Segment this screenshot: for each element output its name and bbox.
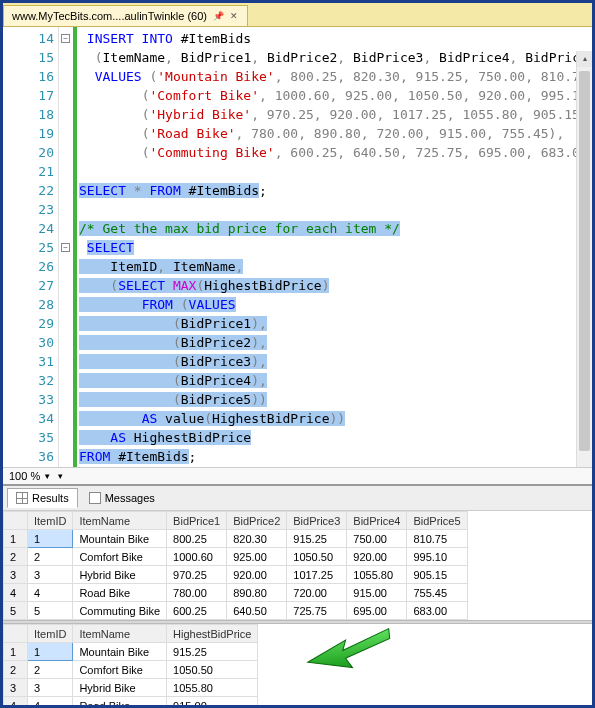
fold-toggle-icon[interactable]: − <box>61 34 70 43</box>
cell[interactable]: 1050.50 <box>167 661 258 679</box>
row-number[interactable]: 2 <box>4 661 28 679</box>
cell[interactable]: Road Bike <box>73 584 167 602</box>
code-content[interactable]: INSERT INTO #ItemBids (ItemName, BidPric… <box>77 27 592 467</box>
row-number[interactable]: 1 <box>4 530 28 548</box>
cell[interactable]: 915.00 <box>347 584 407 602</box>
code-line[interactable] <box>77 162 592 181</box>
code-line[interactable]: (BidPrice3), <box>77 352 592 371</box>
code-line[interactable]: (BidPrice5)) <box>77 390 592 409</box>
cell[interactable]: 1 <box>28 530 73 548</box>
cell[interactable]: 905.15 <box>407 566 467 584</box>
cell[interactable]: 890.80 <box>227 584 287 602</box>
table-row[interactable]: 44Road Bike780.00890.80720.00915.00755.4… <box>4 584 468 602</box>
row-number[interactable]: 2 <box>4 548 28 566</box>
table-row[interactable]: 22Comfort Bike1050.50 <box>4 661 258 679</box>
scroll-thumb[interactable] <box>579 71 590 451</box>
cell[interactable]: 4 <box>28 697 73 709</box>
cell[interactable]: 5 <box>28 602 73 620</box>
code-line[interactable]: (SELECT MAX(HighestBidPrice) <box>77 276 592 295</box>
cell[interactable]: 810.75 <box>407 530 467 548</box>
column-header[interactable]: ItemName <box>73 625 167 643</box>
cell[interactable]: 3 <box>28 566 73 584</box>
cell[interactable]: 1017.25 <box>287 566 347 584</box>
cell[interactable]: Hybrid Bike <box>73 566 167 584</box>
cell[interactable]: Mountain Bike <box>73 530 167 548</box>
expand-icon[interactable]: ▾ <box>58 471 63 481</box>
row-header[interactable] <box>4 512 28 530</box>
cell[interactable]: 600.25 <box>167 602 227 620</box>
cell[interactable]: 750.00 <box>347 530 407 548</box>
cell[interactable]: 2 <box>28 661 73 679</box>
cell[interactable]: 915.25 <box>287 530 347 548</box>
table-row[interactable]: 11Mountain Bike915.25 <box>4 643 258 661</box>
column-header[interactable]: ItemID <box>28 512 73 530</box>
table-row[interactable]: 33Hybrid Bike970.25920.001017.251055.809… <box>4 566 468 584</box>
vertical-scrollbar[interactable]: ▴ ▾ <box>576 51 592 467</box>
code-line[interactable]: (ItemName, BidPrice1, BidPrice2, BidPric… <box>77 48 592 67</box>
cell[interactable]: 800.25 <box>167 530 227 548</box>
tab-results[interactable]: Results <box>7 488 78 508</box>
scroll-up-icon[interactable]: ▴ <box>577 51 592 67</box>
close-icon[interactable]: ✕ <box>229 11 239 21</box>
row-number[interactable]: 4 <box>4 697 28 709</box>
cell[interactable]: 1055.80 <box>167 679 258 697</box>
cell[interactable]: 3 <box>28 679 73 697</box>
code-line[interactable]: ('Hybrid Bike', 970.25, 920.00, 1017.25,… <box>77 105 592 124</box>
code-line[interactable]: ('Comfort Bike', 1000.60, 925.00, 1050.5… <box>77 86 592 105</box>
cell[interactable]: 1000.60 <box>167 548 227 566</box>
cell[interactable]: 2 <box>28 548 73 566</box>
cell[interactable]: 1 <box>28 643 73 661</box>
code-line[interactable]: (BidPrice2), <box>77 333 592 352</box>
column-header[interactable]: BidPrice2 <box>227 512 287 530</box>
code-line[interactable]: VALUES ('Mountain Bike', 800.25, 820.30,… <box>77 67 592 86</box>
cell[interactable]: 820.30 <box>227 530 287 548</box>
row-number[interactable]: 3 <box>4 679 28 697</box>
result-grid-2[interactable]: ItemIDItemNameHighestBidPrice11Mountain … <box>3 624 592 708</box>
pin-icon[interactable]: 📌 <box>213 11 223 21</box>
column-header[interactable]: BidPrice4 <box>347 512 407 530</box>
cell[interactable]: Comfort Bike <box>73 661 167 679</box>
code-line[interactable]: /* Get the max bid price for each item *… <box>77 219 592 238</box>
cell[interactable]: 4 <box>28 584 73 602</box>
row-header[interactable] <box>4 625 28 643</box>
result-grid-1[interactable]: ItemIDItemNameBidPrice1BidPrice2BidPrice… <box>3 511 592 620</box>
cell[interactable]: 683.00 <box>407 602 467 620</box>
file-tab[interactable]: www.MyTecBits.com....aulinTwinkle (60) 📌… <box>3 5 248 26</box>
cell[interactable]: 970.25 <box>167 566 227 584</box>
cell[interactable]: 920.00 <box>347 548 407 566</box>
cell[interactable]: 920.00 <box>227 566 287 584</box>
table-row[interactable]: 11Mountain Bike800.25820.30915.25750.008… <box>4 530 468 548</box>
code-line[interactable]: ('Road Bike', 780.00, 890.80, 720.00, 91… <box>77 124 592 143</box>
code-line[interactable] <box>77 200 592 219</box>
cell[interactable]: 720.00 <box>287 584 347 602</box>
code-line[interactable]: AS value(HighestBidPrice)) <box>77 409 592 428</box>
column-header[interactable]: BidPrice5 <box>407 512 467 530</box>
code-line[interactable]: (BidPrice1), <box>77 314 592 333</box>
cell[interactable]: Commuting Bike <box>73 602 167 620</box>
code-line[interactable]: INSERT INTO #ItemBids <box>77 29 592 48</box>
zoom-dropdown-icon[interactable]: ▼ <box>43 472 51 481</box>
code-line[interactable]: ('Commuting Bike', 600.25, 640.50, 725.7… <box>77 143 592 162</box>
cell[interactable]: 1055.80 <box>347 566 407 584</box>
code-line[interactable]: AS HighestBidPrice <box>77 428 592 447</box>
column-header[interactable]: BidPrice1 <box>167 512 227 530</box>
code-editor[interactable]: 1415161718192021222324252627282930313233… <box>3 27 592 467</box>
row-number[interactable]: 5 <box>4 602 28 620</box>
cell[interactable]: 925.00 <box>227 548 287 566</box>
cell[interactable]: 695.00 <box>347 602 407 620</box>
row-number[interactable]: 3 <box>4 566 28 584</box>
code-line[interactable]: SELECT <box>77 238 592 257</box>
column-header[interactable]: ItemID <box>28 625 73 643</box>
table-row[interactable]: 55Commuting Bike600.25640.50725.75695.00… <box>4 602 468 620</box>
code-line[interactable]: FROM #ItemBids; <box>77 447 592 466</box>
cell[interactable]: 640.50 <box>227 602 287 620</box>
code-line[interactable]: SELECT * FROM #ItemBids; <box>77 181 592 200</box>
cell[interactable]: 1050.50 <box>287 548 347 566</box>
fold-toggle-icon[interactable]: − <box>61 243 70 252</box>
code-line[interactable]: FROM (VALUES <box>77 295 592 314</box>
cell[interactable]: 915.00 <box>167 697 258 709</box>
column-header[interactable]: HighestBidPrice <box>167 625 258 643</box>
table-row[interactable]: 44Road Bike915.00 <box>4 697 258 709</box>
cell[interactable]: 755.45 <box>407 584 467 602</box>
row-number[interactable]: 1 <box>4 643 28 661</box>
